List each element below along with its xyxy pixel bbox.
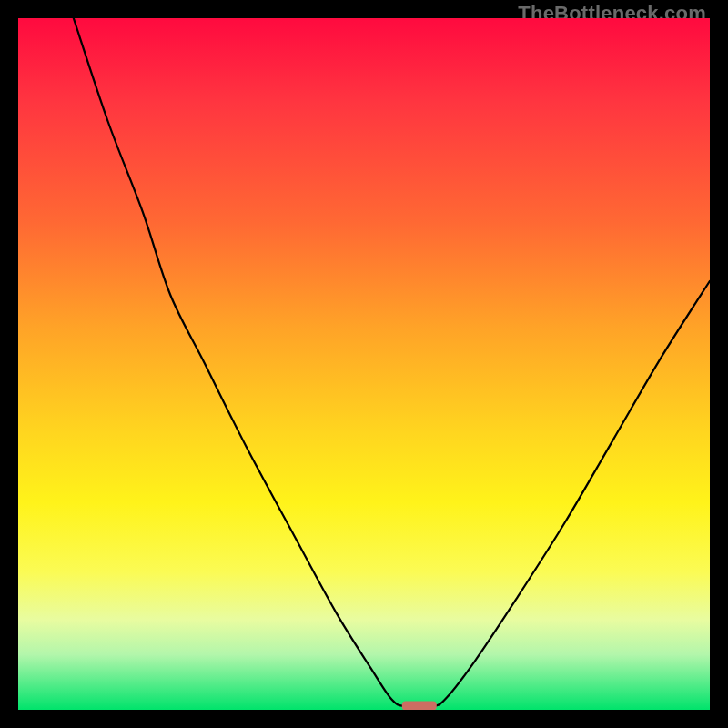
bottleneck-curve xyxy=(74,18,710,707)
chart-frame: TheBottleneck.com xyxy=(0,0,728,728)
plot-area xyxy=(18,18,710,710)
chart-svg xyxy=(18,18,710,710)
minimum-marker xyxy=(402,702,437,711)
